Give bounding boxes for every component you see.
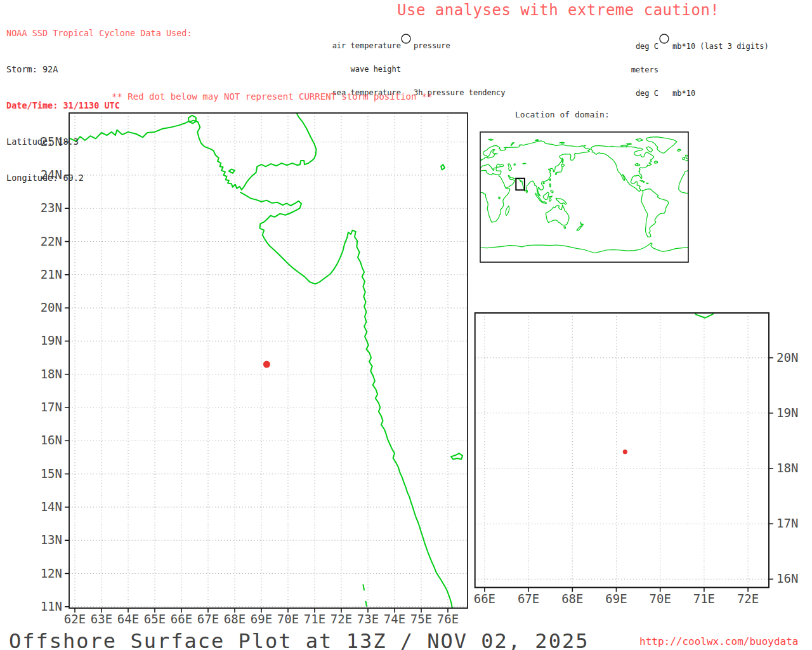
coastline-path	[511, 143, 514, 146]
y-axis-tick-label: 20N	[776, 350, 798, 364]
coastline-path	[641, 189, 669, 237]
y-axis-tick-label: 11N	[41, 599, 62, 613]
coastline-path	[678, 149, 681, 151]
zoom-domain-map-gridlines	[475, 313, 769, 588]
legend-air-temperature-label: air temperature	[254, 42, 401, 50]
x-axis-tick-label: 71E	[304, 612, 325, 626]
y-axis-tick-label: 13N	[41, 533, 62, 547]
coastline-path	[591, 145, 653, 191]
x-axis-tick-label: 69E	[251, 612, 272, 626]
units-mb10-digits-label: mb*10 (last 3 digits)	[672, 43, 769, 50]
coastline-path	[549, 184, 551, 187]
coastline-path	[451, 453, 462, 459]
x-axis-tick-label: 66E	[474, 592, 495, 606]
coastline-path	[497, 164, 504, 167]
plot-title: Offshore Surface Plot at 13Z / NOV 02, 2…	[9, 629, 589, 650]
y-axis-tick-label: 19N	[41, 333, 62, 347]
y-axis-tick-label: 17N	[41, 400, 62, 414]
y-axis-tick-label: 15N	[41, 467, 62, 481]
coastline-path	[480, 243, 688, 253]
coastline-path	[240, 192, 452, 609]
coastline-path	[480, 141, 590, 196]
storm-longitude-line: Longitude: 69.2	[6, 172, 192, 184]
coastline-path	[549, 179, 551, 181]
y-axis-tick-label: 18N	[41, 367, 62, 381]
x-axis-tick-label: 75E	[410, 612, 432, 626]
x-axis-tick-label: 64E	[117, 612, 139, 626]
x-axis-tick-label: 67E	[518, 592, 539, 606]
coastline-path	[527, 190, 528, 193]
storm-id-line: Storm: 92A	[6, 63, 192, 76]
coastline-path	[506, 206, 509, 216]
location-of-domain-title: Location of domain:	[515, 110, 610, 119]
y-axis-tick-label: 16N	[41, 433, 62, 447]
coastline-path	[679, 171, 688, 194]
x-axis-tick-label: 68E	[224, 612, 246, 626]
x-axis-tick-label: 65E	[144, 612, 166, 626]
coastline-path	[556, 167, 562, 173]
zoom-domain-map-coastlines	[299, 31, 812, 650]
x-axis-tick-label: 72E	[331, 612, 352, 626]
storm-latitude-line: Latitude: 18.3	[6, 136, 192, 148]
coastline-path	[646, 147, 653, 152]
y-axis-tick-label: 20N	[41, 300, 62, 314]
x-axis-tick-label: 62E	[64, 612, 86, 626]
coastline-path	[564, 227, 566, 229]
coastline-path	[577, 227, 581, 231]
coastline-path	[640, 180, 645, 182]
world-locator-map	[480, 132, 688, 262]
x-axis-tick-label: 63E	[91, 612, 112, 626]
zoom-domain-map: 66E67E68E69E70E71E72E16N17N18N19N20N	[299, 31, 812, 650]
x-axis-tick-label: 70E	[650, 592, 671, 606]
coastline-path	[636, 139, 643, 142]
units-model-circle-icon	[660, 34, 669, 43]
coastline-path	[654, 161, 657, 163]
x-axis-tick-label: 69E	[605, 592, 627, 606]
y-axis-tick-label: 17N	[776, 516, 798, 530]
coastline-path	[549, 196, 553, 201]
y-axis-tick-label: 12N	[41, 566, 62, 580]
coastline-path	[556, 198, 566, 204]
coastline-path	[543, 192, 549, 200]
storm-info-source-line: NOAA SSD Tropical Cyclone Data Used:	[6, 27, 192, 39]
coastline-path	[363, 585, 364, 590]
coastline-path	[546, 205, 569, 225]
caution-banner: Use analyses with extreme caution!	[397, 1, 719, 19]
storm-info-block: NOAA SSD Tropical Cyclone Data Used: Sto…	[6, 3, 192, 208]
y-axis-tick-label: 16N	[776, 571, 798, 585]
coastline-path	[508, 164, 512, 171]
x-axis-tick-label: 68E	[561, 592, 583, 606]
coastline-path	[555, 173, 556, 175]
red-dot-warning: ** Red dot below may NOT represent CURRE…	[112, 91, 433, 102]
coastline-path	[229, 169, 235, 173]
coastline-path	[683, 157, 685, 160]
y-axis-tick-label: 22N	[41, 234, 62, 248]
units-legend-right-column: mb*10 (last 3 digits) mb*10	[672, 27, 769, 112]
x-axis-tick-label: 67E	[197, 612, 219, 626]
x-axis-tick-label: 74E	[384, 612, 405, 626]
coastline-path	[551, 190, 553, 193]
units-deg-c-label-2: deg C	[539, 90, 658, 97]
units-deg-c-label-1: deg C	[539, 43, 658, 50]
zoom-domain-map-border	[475, 313, 769, 588]
x-axis-tick-label: 71E	[693, 592, 715, 606]
coastline-path	[499, 197, 500, 199]
coastline-path	[480, 164, 501, 175]
storm-position-dot	[263, 361, 270, 368]
units-legend-left-column: deg C meters deg C	[539, 27, 658, 112]
coastline-path	[541, 201, 546, 203]
coastline-path	[366, 601, 367, 606]
coastline-path	[686, 161, 688, 161]
source-url-link[interactable]: http://coolwx.com/buoydata	[639, 635, 798, 647]
y-axis-tick-label: 14N	[41, 500, 62, 514]
coastline-path	[561, 164, 565, 167]
coastline-path	[480, 188, 510, 222]
legend-spacer	[414, 65, 506, 73]
storm-position-dot-zoom	[623, 449, 627, 454]
coastline-path	[560, 142, 565, 143]
y-axis-tick-label: 21N	[41, 267, 62, 281]
x-axis-tick-label: 70E	[277, 612, 299, 626]
zoom-domain-map-axis-labels: 66E67E68E69E70E71E72E16N17N18N19N20N	[474, 350, 799, 606]
coastline-path	[514, 164, 515, 165]
coastline-path	[635, 163, 640, 166]
